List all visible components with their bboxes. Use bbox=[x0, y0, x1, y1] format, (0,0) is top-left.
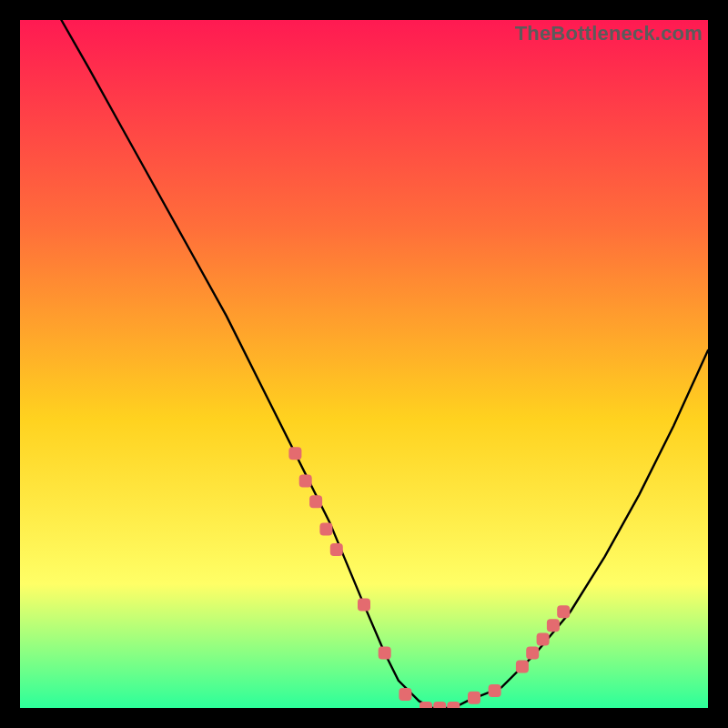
data-marker bbox=[379, 647, 391, 660]
data-marker bbox=[468, 692, 480, 704]
data-marker bbox=[547, 619, 560, 632]
data-marker bbox=[299, 475, 312, 488]
data-marker bbox=[319, 522, 332, 535]
watermark-label: TheBottleneck.com bbox=[515, 22, 703, 46]
data-marker bbox=[309, 495, 322, 508]
data-marker bbox=[330, 543, 343, 556]
data-marker bbox=[288, 447, 301, 460]
bottleneck-chart bbox=[20, 20, 708, 708]
data-marker bbox=[537, 632, 550, 645]
data-marker bbox=[516, 661, 529, 673]
chart-frame: TheBottleneck.com bbox=[20, 20, 708, 708]
data-marker bbox=[489, 684, 501, 697]
data-marker bbox=[447, 702, 460, 708]
data-marker bbox=[433, 702, 446, 708]
data-marker bbox=[358, 599, 370, 612]
data-marker bbox=[420, 702, 432, 708]
data-marker bbox=[399, 688, 411, 701]
data-marker bbox=[557, 605, 570, 618]
data-marker bbox=[526, 647, 539, 660]
